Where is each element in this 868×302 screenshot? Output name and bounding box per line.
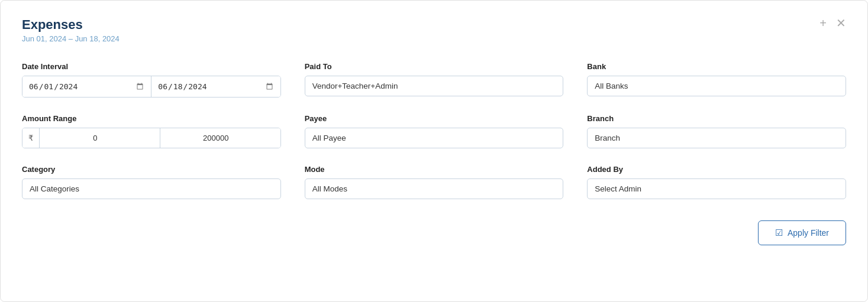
apply-filter-label: Apply Filter: [788, 228, 829, 238]
bank-label: Bank: [587, 62, 846, 71]
payee-group: Payee: [305, 114, 564, 148]
date-start-input[interactable]: [22, 76, 151, 97]
bank-input[interactable]: [587, 76, 846, 96]
added-by-input[interactable]: [587, 178, 846, 199]
added-by-group: Added By: [587, 165, 846, 199]
date-interval-label: Date Interval: [22, 62, 281, 71]
header-actions: + ✕: [819, 17, 846, 29]
close-icon[interactable]: ✕: [836, 17, 846, 29]
payee-label: Payee: [305, 114, 564, 123]
title-block: Expenses Jun 01, 2024 – Jun 18, 2024: [22, 17, 120, 43]
branch-label: Branch: [587, 114, 846, 123]
date-interval-inputs: [22, 76, 281, 98]
amount-range-label: Amount Range: [22, 114, 281, 123]
amount-range-group: Amount Range ₹: [22, 114, 281, 148]
date-end-input[interactable]: [151, 76, 280, 97]
currency-symbol: ₹: [22, 128, 40, 148]
amount-min-input[interactable]: [40, 128, 160, 148]
paid-to-label: Paid To: [305, 62, 564, 71]
date-interval-group: Date Interval: [22, 62, 281, 98]
category-input[interactable]: [22, 178, 281, 199]
date-range-subtitle: Jun 01, 2024 – Jun 18, 2024: [22, 34, 120, 43]
amount-range-inputs: ₹: [22, 128, 281, 148]
add-icon[interactable]: +: [819, 17, 827, 29]
payee-input[interactable]: [305, 128, 564, 148]
paid-to-group: Paid To: [305, 62, 564, 98]
branch-input[interactable]: [587, 128, 846, 148]
apply-filter-check-icon: ☑: [775, 228, 783, 238]
filters-grid: Date Interval Paid To Bank Amount Range …: [22, 62, 846, 199]
added-by-label: Added By: [587, 165, 846, 174]
paid-to-input[interactable]: [305, 76, 564, 96]
branch-group: Branch: [587, 114, 846, 148]
mode-input[interactable]: [305, 178, 564, 199]
panel-header: Expenses Jun 01, 2024 – Jun 18, 2024 + ✕: [22, 17, 846, 43]
bank-group: Bank: [587, 62, 846, 98]
panel-footer: ☑ Apply Filter: [22, 220, 846, 245]
apply-filter-button[interactable]: ☑ Apply Filter: [758, 220, 846, 245]
amount-max-input[interactable]: [160, 128, 280, 148]
mode-label: Mode: [305, 165, 564, 174]
mode-group: Mode: [305, 165, 564, 199]
page-title: Expenses: [22, 17, 120, 33]
expenses-filter-panel: Expenses Jun 01, 2024 – Jun 18, 2024 + ✕…: [0, 0, 868, 302]
category-label: Category: [22, 165, 281, 174]
category-group: Category: [22, 165, 281, 199]
